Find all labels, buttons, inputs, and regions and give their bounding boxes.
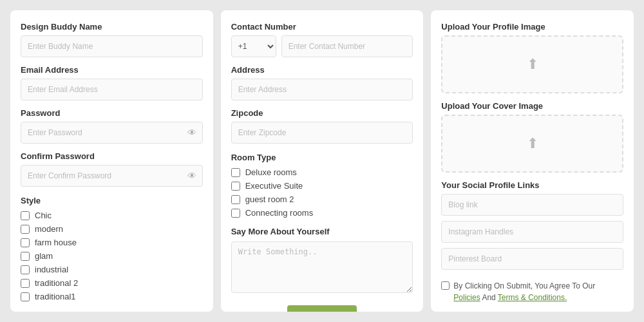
say-more-label: Say More About Yourself bbox=[231, 227, 413, 236]
style-item-traditional1: traditional1 bbox=[21, 292, 203, 301]
social-label: Your Social Profile Links bbox=[441, 180, 623, 190]
style-item-glam: glam bbox=[21, 251, 203, 261]
panel-registration-middle: Contact Number +1 +44 +91 Address Zipcod… bbox=[221, 10, 424, 312]
style-checkbox-farmhouse[interactable] bbox=[21, 238, 30, 247]
buddy-name-label: Design Buddy Name bbox=[21, 22, 203, 32]
style-checkbox-chic[interactable] bbox=[21, 211, 30, 220]
room-item-executive: Executive Suite bbox=[231, 181, 413, 191]
blog-input[interactable] bbox=[441, 194, 623, 216]
room-label-deluxe[interactable]: Deluxe rooms bbox=[245, 167, 297, 177]
confirm-password-input[interactable] bbox=[21, 165, 203, 187]
room-checkbox-deluxe[interactable] bbox=[231, 168, 240, 177]
room-item-guest: guest room 2 bbox=[231, 194, 413, 204]
style-label-industrial[interactable]: industrial bbox=[35, 265, 68, 274]
style-checkbox-industrial[interactable] bbox=[21, 265, 30, 274]
zipcode-label: Zipcode bbox=[231, 108, 413, 118]
profile-image-label: Upload Your Profile Image bbox=[441, 22, 623, 32]
room-checkbox-executive[interactable] bbox=[231, 182, 240, 191]
zipcode-input[interactable] bbox=[231, 122, 413, 144]
cover-image-label: Upload Your Cover Image bbox=[441, 101, 623, 111]
password-wrapper: 👁 bbox=[21, 122, 203, 144]
style-label-traditional2[interactable]: traditional 2 bbox=[35, 278, 78, 288]
address-input[interactable] bbox=[231, 79, 413, 100]
cover-image-upload[interactable]: ⬆ bbox=[441, 115, 623, 173]
confirm-password-eye-icon[interactable]: 👁 bbox=[187, 171, 196, 181]
style-checkbox-modern[interactable] bbox=[21, 225, 30, 234]
style-label: Style bbox=[21, 196, 203, 205]
email-label: Email Address bbox=[21, 65, 203, 75]
upload-profile-icon: ⬆ bbox=[527, 56, 538, 73]
room-label-connecting[interactable]: Connecting rooms bbox=[245, 208, 314, 218]
panel-registration-right: Upload Your Profile Image ⬆ Upload Your … bbox=[431, 10, 634, 312]
policies-link[interactable]: Policies bbox=[453, 293, 480, 302]
room-label-executive[interactable]: Executive Suite bbox=[245, 181, 303, 191]
password-eye-icon[interactable]: 👁 bbox=[187, 128, 196, 138]
style-item-chic: Chic bbox=[21, 211, 203, 220]
style-label-traditional1[interactable]: traditional1 bbox=[35, 292, 76, 301]
confirm-password-wrapper: 👁 bbox=[21, 165, 203, 187]
style-label-farmhouse[interactable]: farm house bbox=[35, 238, 77, 247]
terms-by-text: By Clicking On Submit, You Agree To Our bbox=[453, 281, 595, 290]
profile-image-upload[interactable]: ⬆ bbox=[441, 35, 623, 93]
room-item-connecting: Connecting rooms bbox=[231, 208, 413, 218]
style-checkbox-glam[interactable] bbox=[21, 252, 30, 261]
room-checkbox-connecting[interactable] bbox=[231, 209, 240, 218]
room-label-guest[interactable]: guest room 2 bbox=[245, 194, 294, 204]
pinterest-input[interactable] bbox=[441, 248, 623, 270]
terms-checkbox[interactable] bbox=[441, 281, 450, 290]
terms-text: By Clicking On Submit, You Agree To Our … bbox=[453, 280, 623, 303]
style-label-glam[interactable]: glam bbox=[35, 251, 53, 261]
contact-label: Contact Number bbox=[231, 22, 413, 32]
instagram-input[interactable] bbox=[441, 221, 623, 243]
next-button[interactable]: Next bbox=[287, 305, 357, 312]
password-label: Password bbox=[21, 108, 203, 118]
confirm-password-label: Confirm Password bbox=[21, 151, 203, 161]
style-item-traditional2: traditional 2 bbox=[21, 278, 203, 288]
room-type-checkboxes: Deluxe rooms Executive Suite guest room … bbox=[231, 167, 413, 218]
room-type-label: Room Type bbox=[231, 153, 413, 162]
style-item-modern: modern bbox=[21, 224, 203, 234]
style-label-chic[interactable]: Chic bbox=[35, 211, 52, 220]
say-more-textarea[interactable] bbox=[231, 242, 413, 293]
style-item-industrial: industrial bbox=[21, 265, 203, 274]
password-input[interactable] bbox=[21, 122, 203, 144]
panel-registration-left: Design Buddy Name Email Address Password… bbox=[10, 10, 213, 312]
phone-row: +1 +44 +91 bbox=[231, 35, 413, 57]
email-input[interactable] bbox=[21, 79, 203, 100]
terms-conditions-link[interactable]: Terms & Conditions. bbox=[498, 293, 567, 302]
style-checkboxes: Chic modern farm house glam industrial t… bbox=[21, 211, 203, 301]
room-checkbox-guest[interactable] bbox=[231, 195, 240, 204]
style-checkbox-traditional1[interactable] bbox=[21, 292, 30, 301]
style-item-farmhouse: farm house bbox=[21, 238, 203, 247]
room-item-deluxe: Deluxe rooms bbox=[231, 167, 413, 177]
style-label-modern[interactable]: modern bbox=[35, 224, 63, 234]
terms-row: By Clicking On Submit, You Agree To Our … bbox=[441, 280, 623, 303]
buddy-name-input[interactable] bbox=[21, 35, 203, 57]
upload-cover-icon: ⬆ bbox=[527, 135, 538, 152]
address-label: Address bbox=[231, 65, 413, 75]
style-checkbox-traditional2[interactable] bbox=[21, 279, 30, 288]
country-code-select[interactable]: +1 +44 +91 bbox=[231, 35, 276, 57]
contact-input[interactable] bbox=[281, 35, 413, 57]
and-text: And bbox=[482, 293, 495, 302]
